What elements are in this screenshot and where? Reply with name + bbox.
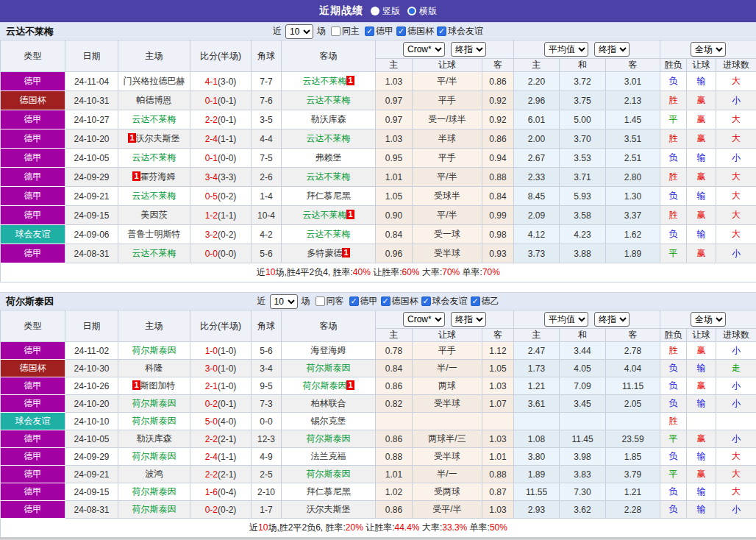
summary-value: 20% bbox=[346, 522, 363, 533]
results-table: 类型 日期 主场 比分(半场) 角球 客场 Crow* 终指 平均值 终指 bbox=[0, 310, 756, 538]
home-team-name[interactable]: 门兴格拉德巴赫 bbox=[124, 76, 185, 86]
subcol-avg-away: 客 bbox=[606, 59, 660, 72]
away-team-name[interactable]: 沃尔夫斯堡 bbox=[307, 504, 351, 514]
checkbox-checked-icon[interactable] bbox=[437, 26, 446, 36]
match-count-select[interactable]: 10 bbox=[270, 294, 298, 309]
home-team-name[interactable]: 霍芬海姆 bbox=[140, 171, 176, 182]
handicap-home-odds: 0.90 bbox=[376, 206, 413, 225]
match-date: 24-10-27 bbox=[65, 110, 118, 129]
checkbox-checked-icon[interactable] bbox=[381, 296, 391, 306]
avg-stage-select[interactable]: 终指 bbox=[594, 312, 630, 327]
fulltime-score: 1-6 bbox=[205, 487, 218, 497]
checkbox-checked-icon[interactable] bbox=[471, 296, 480, 306]
away-team-name[interactable]: 弗赖堡 bbox=[315, 152, 342, 163]
subcol-away-odds: 客 bbox=[482, 59, 514, 72]
topbar: 近期战绩 竖版 横版 bbox=[0, 0, 756, 22]
layout-horizontal-option[interactable]: 横版 bbox=[407, 5, 437, 18]
odds-stage-select[interactable]: 终指 bbox=[451, 42, 486, 57]
home-team-name[interactable]: 云达不莱梅 bbox=[132, 114, 176, 124]
home-team-name[interactable]: 波鸿 bbox=[146, 469, 163, 479]
away-team-name[interactable]: 拜仁慕尼黑 bbox=[307, 191, 351, 201]
home-team-name[interactable]: 云达不莱梅 bbox=[132, 191, 176, 201]
away-team-name[interactable]: 柏林联合 bbox=[311, 398, 346, 408]
layout-vertical-option[interactable]: 竖版 bbox=[371, 5, 400, 18]
away-team-name[interactable]: 法兰克福 bbox=[311, 451, 346, 461]
summary-value: 10 bbox=[265, 267, 275, 277]
home-team-cell: 波鸿 bbox=[118, 466, 190, 483]
result-outcome: 胜 bbox=[660, 206, 687, 225]
away-team-name[interactable]: 勒沃库森 bbox=[311, 114, 346, 124]
handicap-away-odds: 1.07 bbox=[482, 395, 514, 413]
fulltime-select-group: 全场 bbox=[660, 310, 756, 329]
same-venue-filter[interactable]: 同主 bbox=[331, 25, 360, 38]
checkbox-checked-icon[interactable] bbox=[365, 26, 374, 36]
home-team-name[interactable]: 普鲁士明斯特 bbox=[128, 229, 181, 239]
league-filter[interactable]: 球会友谊 bbox=[421, 295, 468, 308]
away-team-name[interactable]: 云达不莱梅 bbox=[302, 76, 346, 86]
bookmaker-select[interactable]: Crow* bbox=[403, 312, 445, 327]
away-team-name[interactable]: 多特蒙德 bbox=[307, 248, 342, 258]
halftime-score: (3-0) bbox=[218, 77, 236, 87]
home-team-name[interactable]: 荷尔斯泰因 bbox=[132, 416, 176, 426]
avg-stage-select[interactable]: 终指 bbox=[594, 42, 630, 57]
checkbox-checked-icon[interactable] bbox=[396, 26, 406, 36]
avg-away-odds: 3.37 bbox=[606, 206, 660, 225]
handicap-line: 受一球 bbox=[413, 225, 482, 244]
checkbox-unchecked-icon[interactable] bbox=[315, 296, 325, 306]
match-count-select[interactable]: 10 bbox=[285, 24, 313, 39]
home-team-name[interactable]: 沃尔夫斯堡 bbox=[136, 133, 180, 143]
result-goals: 大 bbox=[716, 72, 756, 91]
home-team-name[interactable]: 荷尔斯泰因 bbox=[132, 451, 176, 461]
league-filter[interactable]: 德甲 bbox=[349, 295, 378, 308]
handicap-line: 半/一 bbox=[413, 466, 482, 483]
away-team-name[interactable]: 云达不莱梅 bbox=[307, 95, 351, 105]
away-team-name[interactable]: 荷尔斯泰因 bbox=[302, 380, 346, 391]
away-team-name[interactable]: 海登海姆 bbox=[311, 345, 346, 355]
same-venue-filter[interactable]: 同客 bbox=[315, 295, 344, 308]
home-team-name[interactable]: 勒沃库森 bbox=[137, 433, 172, 444]
home-team-cell: 荷尔斯泰因 bbox=[118, 395, 190, 413]
result-handicap: 赢 bbox=[687, 430, 716, 448]
away-team-name[interactable]: 云达不莱梅 bbox=[307, 171, 351, 182]
away-team-name[interactable]: 云达不莱梅 bbox=[302, 210, 346, 220]
away-team-name[interactable]: 锡尔克堡 bbox=[311, 416, 346, 426]
avg-home-odds: 8.45 bbox=[514, 187, 560, 206]
home-team-name[interactable]: 云达不莱梅 bbox=[132, 248, 176, 258]
league-filter[interactable]: 球会友谊 bbox=[437, 25, 483, 38]
home-team-name[interactable]: 荷尔斯泰因 bbox=[132, 345, 176, 355]
league-filter[interactable]: 德甲 bbox=[365, 25, 393, 38]
col-away: 客场 bbox=[282, 40, 376, 72]
away-team-name[interactable]: 荷尔斯泰因 bbox=[307, 433, 351, 444]
bookmaker-select[interactable]: Crow* bbox=[403, 42, 445, 57]
summary-value: 40% bbox=[353, 267, 371, 277]
away-team-name[interactable]: 拜仁慕尼黑 bbox=[307, 486, 351, 497]
home-team-name[interactable]: 斯图加特 bbox=[140, 380, 176, 391]
radio-unchecked-icon[interactable] bbox=[371, 7, 379, 15]
odds-stage-select[interactable]: 终指 bbox=[451, 312, 486, 327]
table-row: 德甲24-09-29荷尔斯泰因2-4(1-1)4-9法兰克福0.88受半球1.0… bbox=[1, 448, 756, 466]
league-filter[interactable]: 德国杯 bbox=[381, 295, 418, 308]
away-team-name[interactable]: 云达不莱梅 bbox=[307, 229, 351, 239]
home-team-name[interactable]: 美因茨 bbox=[141, 210, 168, 220]
radio-checked-icon[interactable] bbox=[407, 7, 416, 15]
home-team-name[interactable]: 云达不莱梅 bbox=[132, 152, 176, 163]
away-team-name[interactable]: 荷尔斯泰因 bbox=[307, 363, 351, 373]
result-handicap: 赢 bbox=[687, 129, 716, 149]
home-team-name[interactable]: 科隆 bbox=[146, 363, 163, 373]
home-team-name[interactable]: 帕德博恩 bbox=[137, 95, 172, 105]
fulltime-select[interactable]: 全场 bbox=[691, 42, 726, 57]
home-team-name[interactable]: 荷尔斯泰因 bbox=[132, 398, 176, 408]
average-select[interactable]: 平均值 bbox=[544, 312, 588, 327]
league-filter[interactable]: 德乙 bbox=[471, 295, 499, 308]
home-team-name[interactable]: 荷尔斯泰因 bbox=[132, 504, 176, 514]
away-team-name[interactable]: 荷尔斯泰因 bbox=[307, 469, 351, 479]
away-team-name[interactable]: 云达不莱梅 bbox=[307, 133, 351, 143]
fulltime-score: 3-2 bbox=[205, 230, 218, 240]
fulltime-select[interactable]: 全场 bbox=[691, 312, 726, 327]
checkbox-unchecked-icon[interactable] bbox=[331, 26, 340, 36]
checkbox-checked-icon[interactable] bbox=[421, 296, 431, 306]
league-filter[interactable]: 德国杯 bbox=[396, 25, 434, 38]
home-team-name[interactable]: 荷尔斯泰因 bbox=[132, 486, 176, 497]
average-select[interactable]: 平均值 bbox=[544, 42, 588, 57]
checkbox-checked-icon[interactable] bbox=[349, 296, 359, 306]
